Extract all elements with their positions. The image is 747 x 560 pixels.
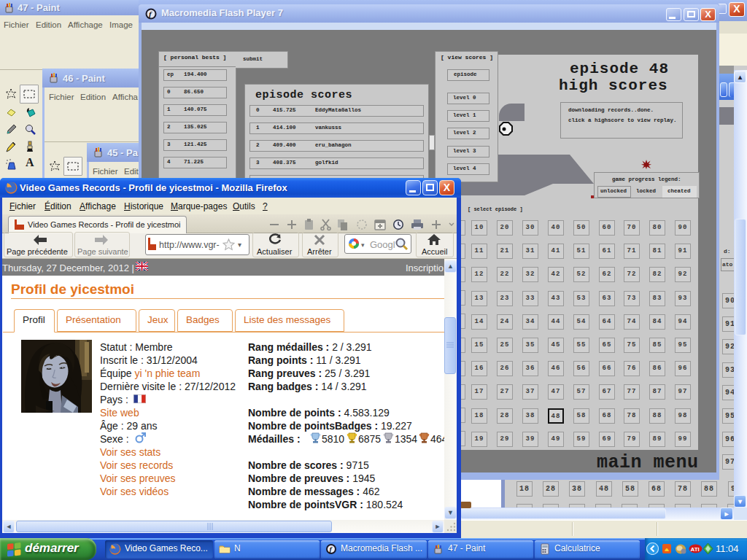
svg-text:ATI: ATI bbox=[691, 546, 700, 553]
